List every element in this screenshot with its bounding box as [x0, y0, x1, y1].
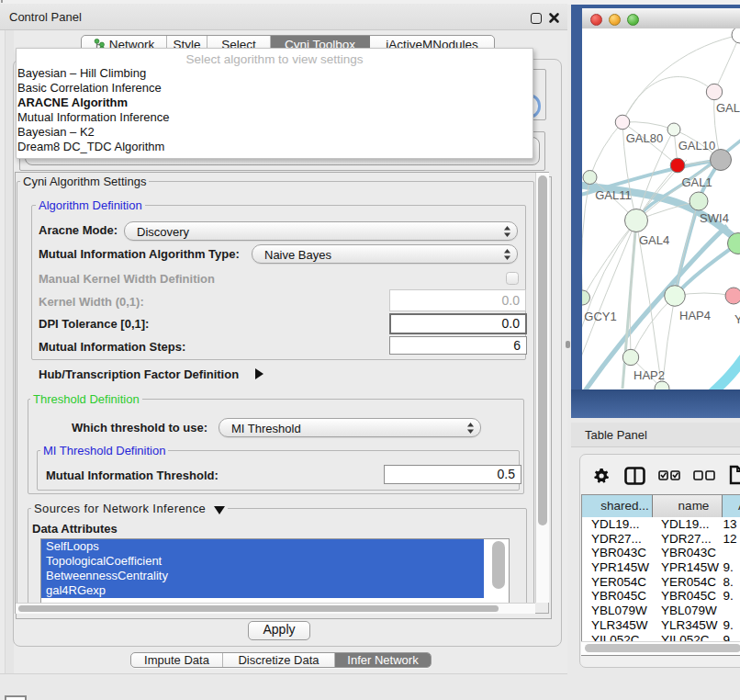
svg-text:GAL7: GAL7	[716, 101, 740, 115]
svg-text:HAP4: HAP4	[679, 309, 711, 322]
svg-text:HAP2: HAP2	[633, 368, 665, 382]
svg-text:GAL4: GAL4	[639, 233, 669, 247]
svg-text:Y: Y	[734, 312, 740, 326]
svg-text:GAL11: GAL11	[595, 188, 632, 202]
svg-text:GAL80: GAL80	[626, 131, 663, 145]
svg-text:GAL1: GAL1	[681, 175, 712, 189]
svg-text:GAL10: GAL10	[678, 139, 715, 152]
svg-text:GCY1: GCY1	[584, 310, 616, 323]
svg-text:SWI4: SWI4	[700, 211, 729, 225]
